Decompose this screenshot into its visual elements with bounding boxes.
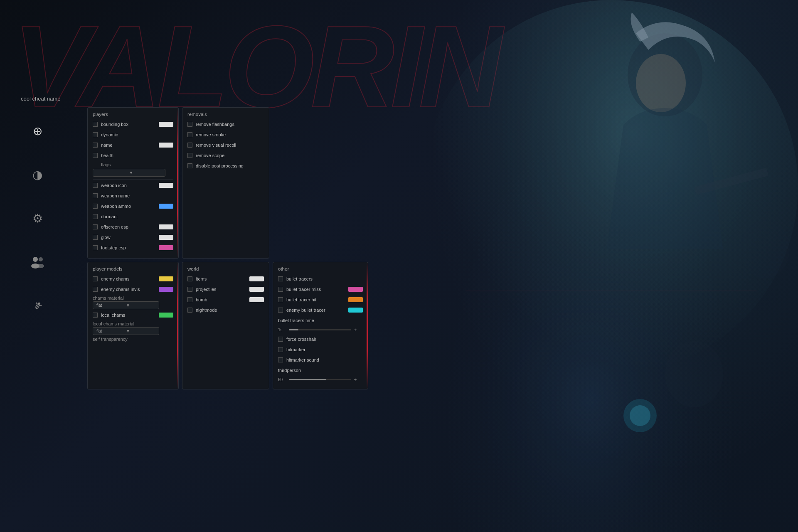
hitmarker-sound-checkbox[interactable] — [278, 357, 283, 362]
remove-visual-recoil-checkbox[interactable] — [187, 143, 192, 148]
disable-post-processing-checkbox[interactable] — [187, 163, 192, 168]
flags-dropdown[interactable]: ▼ — [93, 169, 165, 177]
players-option-row-3: name — [93, 141, 173, 149]
local-chams-material-value: flat — [96, 329, 126, 333]
enemy-chams-invis-color[interactable] — [159, 287, 173, 292]
players-title: players — [93, 112, 173, 117]
glow-color[interactable] — [159, 235, 173, 240]
bullet-tracers-time-value: 1s — [278, 328, 286, 332]
remove-scope-checkbox[interactable] — [187, 153, 192, 158]
bullet-tracers-time-slider-row: 1s + — [278, 327, 363, 333]
players-panel: players bounding box dynamic name — [87, 107, 179, 259]
local-chams-color[interactable] — [159, 313, 173, 318]
remove-visual-recoil-row: remove visual recoil — [187, 141, 264, 149]
bounding-box-color[interactable] — [159, 122, 173, 127]
sidebar-brightness[interactable]: ◑ — [27, 164, 48, 185]
offscreen-esp-row: offscreen esp — [93, 223, 173, 231]
enemy-bullet-tracer-label: enemy bullet tracer — [286, 308, 345, 313]
bullet-tracers-row: bullet tracers — [278, 275, 363, 283]
bullet-tracer-miss-color[interactable] — [348, 287, 363, 292]
enemy-bullet-tracer-row: enemy bullet tracer — [278, 306, 363, 314]
svg-point-3 — [636, 54, 686, 112]
weapon-ammo-color[interactable] — [159, 204, 173, 209]
bomb-color[interactable] — [249, 297, 264, 302]
player-models-panel: player models enemy chams enemy chams in… — [87, 262, 179, 389]
chams-material-value: flat — [96, 303, 126, 308]
hitmarker-label: hitmarker — [286, 347, 363, 352]
remove-smoke-label: remove smoke — [196, 132, 264, 137]
bullet-tracer-hit-checkbox[interactable] — [278, 297, 283, 302]
weapon-icon-color[interactable] — [159, 183, 173, 188]
local-chams-checkbox[interactable] — [93, 313, 98, 318]
enemy-bullet-tracer-checkbox[interactable] — [278, 308, 283, 313]
player-models-title: player models — [93, 266, 173, 271]
local-chams-material-dropdown[interactable]: flat ▼ — [93, 327, 159, 335]
bullet-tracer-hit-color[interactable] — [348, 297, 363, 302]
flags-label: flags — [101, 162, 173, 167]
bullet-tracers-time-fill — [289, 329, 298, 330]
thirdperson-plus[interactable]: + — [354, 377, 357, 383]
sidebar-settings[interactable]: ⚙ — [27, 208, 48, 229]
nightmode-checkbox[interactable] — [187, 308, 192, 313]
force-crosshair-label: force crosshair — [286, 337, 363, 342]
hitmarker-checkbox[interactable] — [278, 347, 283, 352]
svg-point-13 — [37, 264, 44, 268]
weapon-ammo-checkbox[interactable] — [93, 204, 98, 209]
items-color[interactable] — [249, 276, 264, 281]
glow-checkbox[interactable] — [93, 235, 98, 240]
glow-label: glow — [101, 235, 155, 240]
projectiles-checkbox[interactable] — [187, 287, 192, 292]
bomb-label: bomb — [196, 297, 246, 302]
local-chams-row: local chams — [93, 311, 173, 319]
hitmarker-row: hitmarker — [278, 345, 363, 354]
bullet-tracers-time-track[interactable] — [289, 329, 351, 330]
thirdperson-track[interactable] — [289, 379, 351, 380]
projectiles-color[interactable] — [249, 287, 264, 292]
bomb-checkbox[interactable] — [187, 297, 192, 302]
chams-material-label: chams material — [93, 296, 173, 300]
dormant-label: dormant — [101, 214, 173, 219]
bounding-box-checkbox[interactable] — [93, 122, 98, 127]
players-option-row-1: bounding box — [93, 120, 173, 128]
name-color[interactable] — [159, 143, 173, 148]
sidebar-players[interactable] — [27, 251, 48, 272]
chams-material-dropdown[interactable]: flat ▼ — [93, 301, 159, 309]
enemy-chams-invis-checkbox[interactable] — [93, 287, 98, 292]
sidebar-knife[interactable]: 🗡 — [23, 291, 52, 320]
remove-flashbangs-checkbox[interactable] — [187, 122, 192, 127]
bullet-tracers-checkbox[interactable] — [278, 276, 283, 281]
ui-panel: cool cheat name — [21, 96, 60, 107]
health-checkbox[interactable] — [93, 153, 98, 158]
bullet-tracer-hit-row: bullet tracer hit — [278, 296, 363, 304]
remove-smoke-checkbox[interactable] — [187, 132, 192, 137]
red-accent-bar-2 — [177, 262, 178, 389]
enemy-chams-invis-label: enemy chams invis — [101, 287, 155, 292]
footstep-esp-checkbox[interactable] — [93, 245, 98, 250]
offscreen-esp-color[interactable] — [159, 224, 173, 229]
enemy-bullet-tracer-color[interactable] — [348, 308, 363, 313]
remove-flashbangs-row: remove flashbangs — [187, 120, 264, 128]
dynamic-checkbox[interactable] — [93, 132, 98, 137]
svg-rect-1 — [382, 0, 798, 532]
offscreen-esp-checkbox[interactable] — [93, 224, 98, 229]
bullet-tracers-time-plus[interactable]: + — [354, 327, 357, 333]
bullet-tracer-miss-checkbox[interactable] — [278, 287, 283, 292]
weapon-icon-checkbox[interactable] — [93, 183, 98, 188]
enemy-chams-checkbox[interactable] — [93, 276, 98, 281]
panels-row-2: player models enemy chams enemy chams in… — [87, 262, 368, 389]
thirdperson-fill — [289, 379, 326, 380]
svg-point-5 — [740, 220, 790, 278]
name-checkbox[interactable] — [93, 143, 98, 148]
bullet-tracer-miss-row: bullet tracer miss — [278, 285, 363, 293]
removals-title: removals — [187, 112, 264, 117]
force-crosshair-checkbox[interactable] — [278, 337, 283, 342]
dormant-checkbox[interactable] — [93, 214, 98, 219]
enemy-chams-color[interactable] — [159, 276, 173, 281]
items-checkbox[interactable] — [187, 276, 192, 281]
glow-row: glow — [93, 233, 173, 241]
footstep-esp-color[interactable] — [159, 245, 173, 250]
weapon-name-checkbox[interactable] — [93, 193, 98, 198]
local-chams-label: local chams — [101, 313, 155, 318]
sidebar-crosshair[interactable]: ⊕ — [27, 121, 48, 141]
nightmode-label: nightmode — [196, 308, 264, 313]
